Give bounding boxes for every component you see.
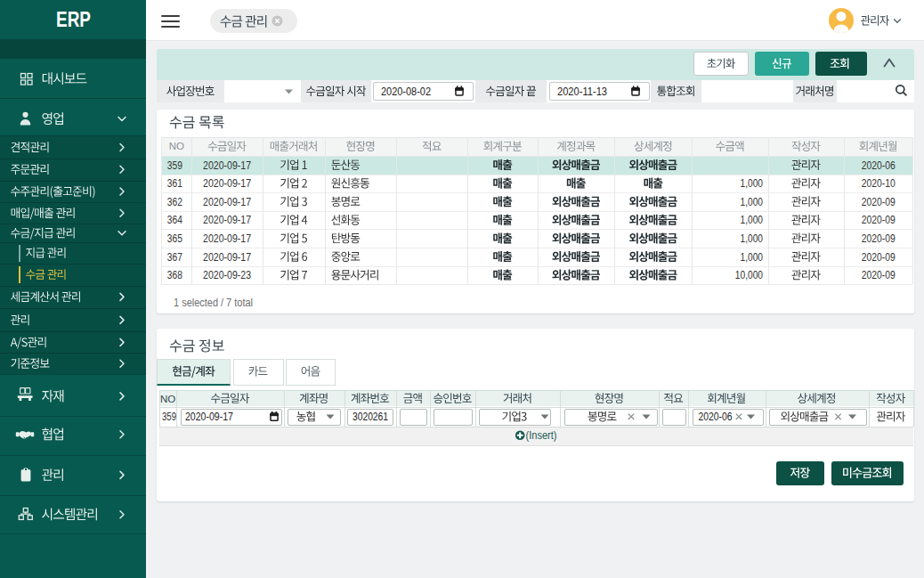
svg-text:2020-11-13: 2020-11-13 <box>557 85 607 98</box>
svg-text:362: 362 <box>167 196 182 208</box>
svg-text:367: 367 <box>167 251 182 264</box>
svg-text:361: 361 <box>167 177 182 190</box>
svg-text:1,000: 1,000 <box>741 251 764 264</box>
svg-text:2020-10: 2020-10 <box>862 177 896 190</box>
svg-text:2020-09-17: 2020-09-17 <box>203 196 251 208</box>
svg-text:10,000: 10,000 <box>735 269 763 281</box>
svg-text:1,000: 1,000 <box>741 232 764 245</box>
svg-text:2020-09-17: 2020-09-17 <box>203 214 251 226</box>
svg-text:2020-09: 2020-09 <box>862 232 896 245</box>
svg-text:NO: NO <box>160 394 175 404</box>
svg-text:364: 364 <box>167 214 182 226</box>
svg-text:2020-09-17: 2020-09-17 <box>203 232 251 245</box>
svg-text:368: 368 <box>167 269 182 281</box>
svg-text:2020-09-23: 2020-09-23 <box>203 269 251 281</box>
svg-text:3020261: 3020261 <box>353 411 388 423</box>
svg-text:1 selected / 7 total: 1 selected / 7 total <box>174 297 253 309</box>
svg-text:2020-09-17: 2020-09-17 <box>203 177 251 190</box>
svg-text:2020-09: 2020-09 <box>862 251 896 264</box>
svg-text:2020-06: 2020-06 <box>862 159 896 172</box>
svg-text:359: 359 <box>162 411 176 423</box>
svg-text:359: 359 <box>167 159 182 172</box>
svg-text:2020-09-17: 2020-09-17 <box>185 411 233 423</box>
svg-text:ERP: ERP <box>56 7 91 31</box>
svg-text:1,000: 1,000 <box>741 214 764 226</box>
svg-text:2020-09: 2020-09 <box>862 269 896 281</box>
svg-text:2020-09-17: 2020-09-17 <box>203 159 251 172</box>
svg-text:2020-09: 2020-09 <box>862 214 896 226</box>
svg-text:2020-06: 2020-06 <box>699 411 733 423</box>
svg-text:2020-08-02: 2020-08-02 <box>381 85 431 98</box>
svg-text:1,000: 1,000 <box>741 177 764 190</box>
svg-text:NO: NO <box>169 141 184 151</box>
svg-text:1,000: 1,000 <box>741 196 764 208</box>
svg-text:365: 365 <box>167 232 182 245</box>
svg-text:2020-09: 2020-09 <box>862 196 896 208</box>
svg-text:(Insert): (Insert) <box>526 429 557 442</box>
svg-text:2020-09-17: 2020-09-17 <box>203 251 251 264</box>
